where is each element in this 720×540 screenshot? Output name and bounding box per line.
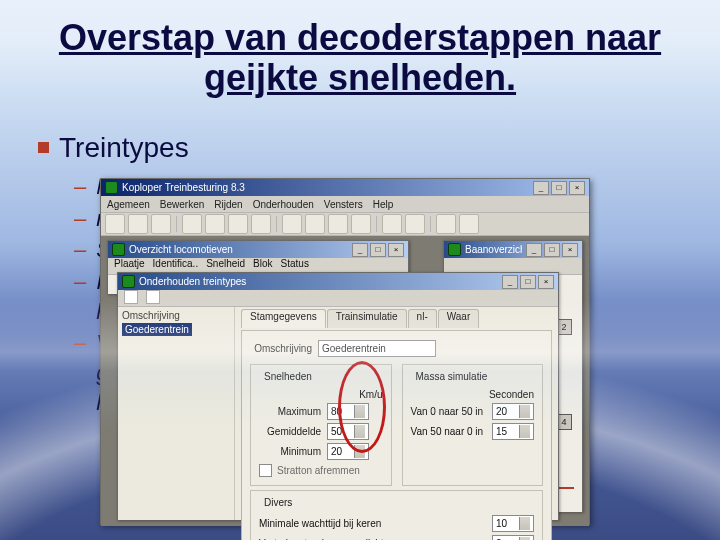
dialog-treintypes: Onderhouden treintypes _□× Omschrijving … <box>117 272 559 520</box>
minimize-button[interactable]: _ <box>502 275 518 289</box>
minimize-button[interactable]: _ <box>533 181 549 195</box>
toolbar-button[interactable] <box>182 214 202 234</box>
toolbar-button[interactable] <box>305 214 325 234</box>
dlg-list: Omschrijving Goederentrein <box>118 307 235 520</box>
input-omschrijving[interactable]: Goederentrein <box>318 340 436 357</box>
slide: Overstap van decoderstappen naar geijkte… <box>0 0 720 540</box>
group-divers: Divers Minimale wachttijd bij keren10 Ve… <box>250 490 543 540</box>
input-min[interactable]: 20 <box>327 443 369 460</box>
label-mid: Gemiddelde <box>259 426 321 437</box>
label-massa1: Van 0 naar 50 in <box>411 406 487 417</box>
dlg-toolbar <box>118 290 558 307</box>
close-button[interactable]: × <box>569 181 585 195</box>
dlg-panel: Omschrijving Goederentrein Snelheden Km/… <box>241 330 552 540</box>
maximize-button[interactable]: □ <box>551 181 567 195</box>
list-item-selected[interactable]: Goederentrein <box>122 323 192 336</box>
baan-titlebar[interactable]: Baanoverzicht _□× <box>444 241 582 258</box>
toolbar-separator <box>176 216 177 232</box>
bullet-level1: Treintypes <box>38 132 682 164</box>
dash-icon: – <box>74 172 86 202</box>
toolbar-button[interactable] <box>151 214 171 234</box>
toolbar-button[interactable] <box>459 214 479 234</box>
group-title: Massa simulatie <box>413 371 491 382</box>
checkbox-stratton[interactable]: Stratton afremmen <box>259 464 383 477</box>
unit-label: Seconden <box>489 389 534 400</box>
label-min: Minimum <box>259 446 321 457</box>
label-div1: Minimale wachttijd bij keren <box>259 518 486 529</box>
dash-icon: – <box>74 204 86 234</box>
ov-titlebar[interactable]: Overzicht locomotieven _□× <box>108 241 408 258</box>
label-omschrijving: Omschrijving <box>250 343 312 354</box>
checkbox-icon <box>259 464 272 477</box>
window-icon <box>448 243 461 256</box>
tab-waar[interactable]: Waar <box>438 309 480 328</box>
label-massa2: Van 50 naar 0 in <box>411 426 487 437</box>
toolbar-button[interactable] <box>382 214 402 234</box>
main-title: Koploper Treinbesturing 8.3 <box>122 182 529 193</box>
minimize-button[interactable]: _ <box>526 243 542 257</box>
row-omschrijving: Omschrijving Goederentrein <box>250 340 543 357</box>
toolbar-button[interactable] <box>351 214 371 234</box>
input-div2[interactable]: 2 <box>492 535 534 540</box>
toolbar-button[interactable] <box>128 214 148 234</box>
dash-icon: – <box>74 328 86 358</box>
list-header: Omschrijving <box>122 310 230 321</box>
toolbar-separator <box>430 216 431 232</box>
menu-item[interactable]: Agemeen <box>107 199 150 210</box>
close-button[interactable]: × <box>388 243 404 257</box>
maximize-button[interactable]: □ <box>520 275 536 289</box>
dlg-titlebar[interactable]: Onderhouden treintypes _□× <box>118 273 558 290</box>
minimize-button[interactable]: _ <box>352 243 368 257</box>
dash-icon: – <box>74 235 86 265</box>
baan-title: Baanoverzicht <box>465 244 522 255</box>
toolbar-separator <box>376 216 377 232</box>
tab-trainsimulatie[interactable]: Trainsimulatie <box>327 309 407 328</box>
dash-icon: – <box>74 267 86 297</box>
app-icon <box>105 181 118 194</box>
menu-item[interactable]: Vensters <box>324 199 363 210</box>
dlg-title: Onderhouden treintypes <box>139 276 498 287</box>
bullet-square-icon <box>38 142 49 153</box>
close-button[interactable]: × <box>538 275 554 289</box>
main-titlebar[interactable]: Koploper Treinbesturing 8.3 _ □ × <box>101 179 589 196</box>
maximize-button[interactable]: □ <box>544 243 560 257</box>
toolbar-button[interactable] <box>105 214 125 234</box>
input-div1[interactable]: 10 <box>492 515 534 532</box>
toolbar-button[interactable] <box>282 214 302 234</box>
menu-item[interactable]: Bewerken <box>160 199 204 210</box>
toolbar-button[interactable] <box>146 290 160 304</box>
toolbar-button[interactable] <box>251 214 271 234</box>
window-icon <box>122 275 135 288</box>
toolbar-button[interactable] <box>405 214 425 234</box>
menu-item[interactable]: Help <box>373 199 394 210</box>
input-massa2[interactable]: 15 <box>492 423 534 440</box>
window-buttons: _ □ × <box>533 181 585 195</box>
tab-stamgegevens[interactable]: Stamgegevens <box>241 309 326 328</box>
toolbar-button[interactable] <box>205 214 225 234</box>
toolbar-separator <box>276 216 277 232</box>
input-max[interactable]: 80 <box>327 403 369 420</box>
dlg-body: Omschrijving Goederentrein Stamgegevens … <box>118 307 558 520</box>
input-massa1[interactable]: 20 <box>492 403 534 420</box>
toolbar-button[interactable] <box>328 214 348 234</box>
toolbar-button[interactable] <box>124 290 138 304</box>
toolbar-button[interactable] <box>228 214 248 234</box>
tab-nl[interactable]: nl- <box>408 309 437 328</box>
close-button[interactable]: × <box>562 243 578 257</box>
label-max: Maximum <box>259 406 321 417</box>
chk-label: Stratton afremmen <box>277 465 360 476</box>
group-title: Divers <box>261 497 295 508</box>
slide-title: Overstap van decoderstappen naar geijkte… <box>38 18 682 97</box>
group-snelheden: Snelheden Km/u Maximum80 Gemiddelde50 Mi… <box>250 364 392 486</box>
mdi-area: Overzicht locomotieven _□× Plaatje Ident… <box>101 236 589 526</box>
menu-item[interactable]: Onderhouden <box>253 199 314 210</box>
menu-item[interactable]: Rijden <box>214 199 242 210</box>
menubar: Agemeen Bewerken Rijden Onderhouden Vens… <box>101 196 589 213</box>
app-screenshot: Koploper Treinbesturing 8.3 _ □ × Agemee… <box>100 178 590 525</box>
toolbar-button[interactable] <box>436 214 456 234</box>
dlg-tabs: Stamgegevens Trainsimulatie nl- Waar <box>241 309 552 328</box>
maximize-button[interactable]: □ <box>370 243 386 257</box>
group-title: Snelheden <box>261 371 315 382</box>
main-toolbar <box>101 213 589 236</box>
input-mid[interactable]: 50 <box>327 423 369 440</box>
